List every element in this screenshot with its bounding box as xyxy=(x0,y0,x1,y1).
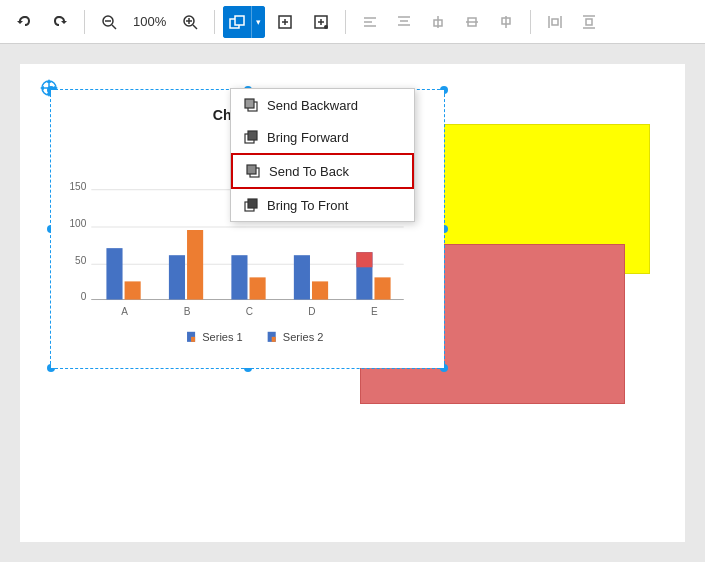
align-middle-button[interactable] xyxy=(456,6,488,38)
align-top-button[interactable] xyxy=(422,6,454,38)
bar-e-highlight xyxy=(356,252,372,267)
insert-shape-button[interactable] xyxy=(305,6,337,38)
menu-item-bring-to-front[interactable]: Bring To Front xyxy=(231,189,414,221)
legend-series2-label: Series 2 xyxy=(283,331,324,343)
redo-button[interactable] xyxy=(44,6,76,38)
align-bottom-button[interactable] xyxy=(490,6,522,38)
sep-1 xyxy=(84,10,85,34)
svg-rect-58 xyxy=(248,131,257,140)
undo-icon xyxy=(16,14,32,30)
menu-item-send-to-back[interactable]: Send To Back xyxy=(231,153,414,189)
svg-rect-56 xyxy=(245,99,254,108)
svg-text:C: C xyxy=(246,306,253,317)
svg-text:150: 150 xyxy=(69,181,86,192)
bar-a-series1 xyxy=(106,248,122,299)
svg-rect-33 xyxy=(586,19,592,25)
menu-item-send-backward-label: Send Backward xyxy=(267,98,358,113)
align-left-icon xyxy=(362,14,378,30)
distribute-group xyxy=(539,6,605,38)
bar-e-series2 xyxy=(374,277,390,299)
dropdown-menu: Send Backward Bring Forward Send To Back xyxy=(230,88,415,222)
svg-text:A: A xyxy=(121,306,128,317)
bar-a-series2 xyxy=(125,281,141,299)
svg-text:100: 100 xyxy=(69,218,86,229)
bar-c-series1 xyxy=(231,255,247,299)
bar-c-series2 xyxy=(250,277,266,299)
arrange-icon xyxy=(229,14,245,30)
svg-text:E: E xyxy=(371,306,378,317)
distribute-v-icon xyxy=(581,14,597,30)
svg-text:B: B xyxy=(184,306,191,317)
svg-rect-8 xyxy=(235,16,244,25)
insert-shape-icon xyxy=(313,14,329,30)
sep-4 xyxy=(530,10,531,34)
insert-frame-icon xyxy=(277,14,293,30)
align-top-icon xyxy=(430,14,446,30)
svg-point-15 xyxy=(324,25,328,29)
send-to-back-icon xyxy=(245,163,261,179)
toolbar: 100% ▾ xyxy=(0,0,705,44)
legend-series1-icon2 xyxy=(191,337,195,342)
menu-item-send-backward[interactable]: Send Backward xyxy=(231,89,414,121)
svg-rect-60 xyxy=(247,165,256,174)
svg-rect-62 xyxy=(248,199,257,208)
sep-3 xyxy=(345,10,346,34)
bar-d-series1 xyxy=(294,255,310,299)
align-bottom-icon xyxy=(498,14,514,30)
svg-line-6 xyxy=(193,25,197,29)
distribute-h-icon xyxy=(547,14,563,30)
svg-text:50: 50 xyxy=(75,255,87,266)
arrange-arrow-button[interactable]: ▾ xyxy=(251,6,265,38)
undo-button[interactable] xyxy=(8,6,40,38)
bring-forward-icon xyxy=(243,129,259,145)
svg-text:0: 0 xyxy=(81,291,87,302)
arrange-button[interactable] xyxy=(223,6,251,38)
bring-to-front-icon xyxy=(243,197,259,213)
legend-series1-label: Series 1 xyxy=(202,331,243,343)
align-middle-icon xyxy=(464,14,480,30)
zoom-out-button[interactable] xyxy=(93,6,125,38)
distribute-h-button[interactable] xyxy=(539,6,571,38)
distribute-v-button[interactable] xyxy=(573,6,605,38)
redo-icon xyxy=(52,14,68,30)
svg-text:D: D xyxy=(308,306,315,317)
align-left-button[interactable] xyxy=(354,6,386,38)
menu-item-bring-forward-label: Bring Forward xyxy=(267,130,349,145)
sep-2 xyxy=(214,10,215,34)
zoom-level: 100% xyxy=(129,14,170,29)
align-center-icon xyxy=(396,14,412,30)
zoom-in-button[interactable] xyxy=(174,6,206,38)
svg-line-2 xyxy=(112,25,116,29)
legend-series2-icon2 xyxy=(272,337,276,342)
arrange-dropdown[interactable]: ▾ xyxy=(223,6,265,38)
menu-item-bring-to-front-label: Bring To Front xyxy=(267,198,348,213)
align-group xyxy=(354,6,522,38)
bar-b-series2 xyxy=(187,230,203,300)
menu-item-bring-forward[interactable]: Bring Forward xyxy=(231,121,414,153)
send-backward-icon xyxy=(243,97,259,113)
align-center-button[interactable] xyxy=(388,6,420,38)
zoom-in-icon xyxy=(182,14,198,30)
svg-rect-30 xyxy=(552,19,558,25)
bar-b-series1 xyxy=(169,255,185,299)
insert-frame-button[interactable] xyxy=(269,6,301,38)
menu-item-send-to-back-label: Send To Back xyxy=(269,164,349,179)
canvas: Chart Title 0 50 100 150 xyxy=(0,44,705,562)
bar-d-series2 xyxy=(312,281,328,299)
zoom-out-icon xyxy=(101,14,117,30)
